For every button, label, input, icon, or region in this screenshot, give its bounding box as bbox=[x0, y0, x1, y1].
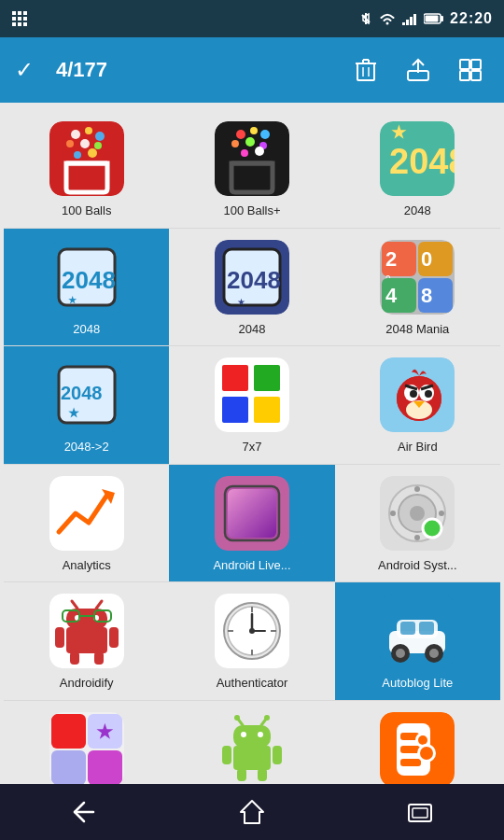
svg-rect-157 bbox=[258, 768, 267, 781]
app-label-androidsyst: Android Syst... bbox=[378, 558, 457, 573]
svg-point-38 bbox=[74, 151, 81, 159]
app-label-analytics: Analytics bbox=[63, 558, 111, 573]
checkmark-icon[interactable]: ✓ bbox=[15, 57, 34, 83]
svg-text:★: ★ bbox=[68, 295, 77, 305]
app-item-androidsyst[interactable]: Android Syst... bbox=[335, 465, 500, 583]
app-label-androidlive: Android Live... bbox=[213, 558, 290, 573]
app-item-androidlive[interactable]: Android Live... bbox=[169, 465, 334, 583]
svg-point-49 bbox=[255, 147, 264, 156]
back-button[interactable] bbox=[56, 793, 112, 831]
app-label-2048b: 2048 bbox=[73, 322, 100, 337]
svg-point-32 bbox=[71, 130, 80, 139]
app-item-100balls[interactable]: 100 Balls bbox=[4, 110, 169, 229]
app-icon-blogger bbox=[380, 712, 455, 784]
svg-rect-0 bbox=[12, 11, 16, 15]
svg-point-48 bbox=[241, 149, 248, 157]
app-label-2048mania: 2048 Mania bbox=[385, 322, 449, 337]
svg-point-103 bbox=[390, 511, 396, 516]
app-item-ballmaze[interactable]: ★ BallMaze lite bbox=[4, 701, 169, 784]
svg-text:2048: 2048 bbox=[389, 142, 455, 181]
svg-rect-1 bbox=[18, 11, 21, 15]
svg-rect-2 bbox=[23, 11, 27, 15]
grid-view-icon bbox=[458, 58, 483, 82]
app-icon-airbird bbox=[380, 357, 455, 432]
app-icon-2048: ★ 2048 bbox=[380, 121, 455, 196]
svg-rect-92 bbox=[49, 476, 124, 551]
svg-rect-79 bbox=[222, 397, 248, 423]
svg-rect-147 bbox=[233, 725, 271, 748]
icon-2048mania-svg: 2 0 0 4 8 bbox=[380, 240, 455, 315]
app-item-7x7[interactable]: 7x7 bbox=[169, 346, 334, 465]
svg-rect-80 bbox=[254, 397, 280, 423]
svg-point-33 bbox=[85, 127, 92, 134]
svg-rect-96 bbox=[228, 489, 276, 538]
icon-7x7-svg bbox=[215, 357, 289, 432]
app-icon-analytics bbox=[49, 476, 124, 551]
svg-rect-11 bbox=[402, 22, 405, 25]
app-item-blogger[interactable]: Blogger bbox=[335, 701, 500, 784]
app-item-androidify[interactable]: Androidify bbox=[4, 582, 169, 701]
svg-point-104 bbox=[439, 511, 444, 516]
svg-rect-133 bbox=[400, 622, 415, 635]
home-button[interactable] bbox=[224, 793, 280, 831]
svg-point-39 bbox=[88, 148, 97, 158]
svg-rect-8 bbox=[23, 22, 27, 26]
svg-point-101 bbox=[414, 486, 420, 492]
upload-button[interactable] bbox=[399, 51, 437, 89]
app-item-2048c[interactable]: 2048 ★ 2048 bbox=[169, 229, 334, 347]
grid-view-button[interactable] bbox=[452, 51, 489, 89]
svg-rect-143 bbox=[51, 750, 86, 784]
app-icon-100balls bbox=[49, 121, 124, 196]
app-label-100balls: 100 Balls bbox=[62, 203, 111, 218]
svg-rect-111 bbox=[109, 627, 119, 648]
battery-icon bbox=[424, 12, 444, 25]
app-item-100ballsplus[interactable]: 100 Balls+ bbox=[169, 110, 334, 229]
icon-analytics-svg bbox=[49, 476, 124, 551]
app-icon-2048mania: 2 0 0 4 8 bbox=[380, 240, 455, 315]
app-label-2048c: 2048 bbox=[239, 322, 266, 337]
app-icon-7x7 bbox=[215, 357, 289, 432]
svg-point-35 bbox=[66, 140, 74, 147]
svg-point-42 bbox=[236, 130, 245, 139]
app-label-2048: 2048 bbox=[404, 203, 431, 218]
app-item-2048[interactable]: ★ 2048 2048 bbox=[335, 110, 500, 229]
app-item-2048b[interactable]: 2048 ★ 2048 bbox=[4, 229, 169, 347]
svg-rect-4 bbox=[18, 17, 21, 21]
svg-rect-18 bbox=[357, 63, 374, 80]
selection-count: 4/177 bbox=[56, 58, 332, 82]
app-item-beerfun[interactable]: Beer Fun bbox=[169, 701, 334, 784]
app-item-2048mania[interactable]: 2 0 0 4 8 2048 Mania bbox=[335, 229, 500, 347]
icon-androidlive-svg bbox=[215, 476, 289, 551]
svg-text:2048: 2048 bbox=[62, 266, 116, 294]
svg-point-148 bbox=[241, 732, 246, 737]
app-item-analytics[interactable]: Analytics bbox=[4, 465, 169, 583]
svg-point-102 bbox=[414, 535, 420, 540]
status-bar: 22:20 bbox=[0, 0, 504, 37]
svg-point-37 bbox=[94, 142, 102, 149]
app-item-autoblog[interactable]: Autoblog Lite bbox=[335, 582, 500, 701]
svg-text:2: 2 bbox=[385, 247, 397, 271]
icon-airbird-svg bbox=[380, 357, 455, 432]
icon-100ballsplus-svg bbox=[215, 121, 289, 196]
svg-rect-144 bbox=[88, 750, 122, 784]
svg-text:2048: 2048 bbox=[227, 266, 281, 294]
app-item-airbird[interactable]: Air Bird bbox=[335, 346, 500, 465]
status-right: 22:20 bbox=[358, 10, 493, 27]
svg-rect-154 bbox=[222, 746, 231, 764]
svg-point-149 bbox=[258, 732, 263, 737]
app-item-2048arrow[interactable]: 2048 ★ 2048->2 bbox=[4, 346, 169, 465]
delete-button[interactable] bbox=[347, 51, 385, 89]
svg-rect-16 bbox=[441, 16, 443, 21]
back-icon bbox=[71, 801, 97, 823]
svg-rect-108 bbox=[70, 651, 79, 665]
svg-point-34 bbox=[95, 132, 105, 141]
icon-2048-svg: ★ 2048 bbox=[380, 121, 455, 196]
app-item-authenticator[interactable]: Authenticator bbox=[169, 582, 334, 701]
app-icon-androidlive bbox=[215, 476, 289, 551]
icon-androidsyst-svg bbox=[380, 476, 455, 551]
svg-point-88 bbox=[425, 390, 432, 398]
app-icon-authenticator bbox=[215, 594, 289, 668]
svg-rect-112 bbox=[66, 609, 107, 629]
recents-button[interactable] bbox=[392, 793, 448, 831]
svg-text:★: ★ bbox=[68, 406, 79, 420]
